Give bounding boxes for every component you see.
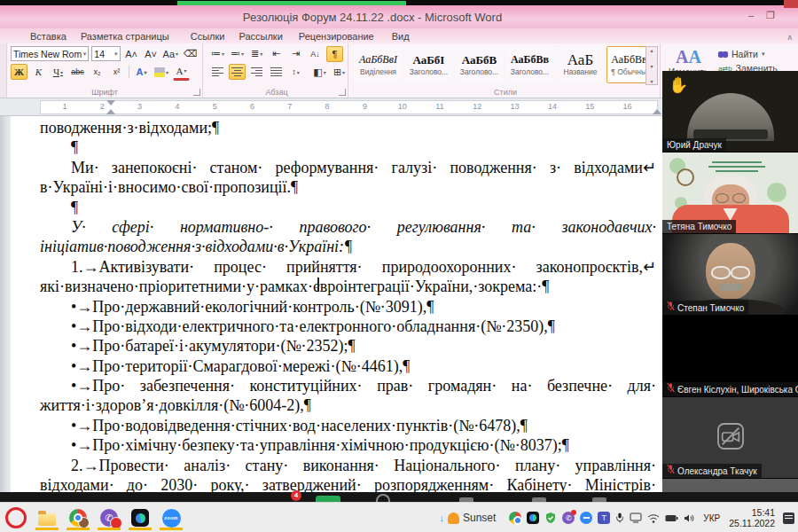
stop-share-button-sliver[interactable] xyxy=(784,0,798,8)
italic-button[interactable]: К xyxy=(30,64,47,80)
taskbar-app-webex[interactable] xyxy=(129,505,151,530)
document-line[interactable]: У· сфері· нормативно-· правового· регулю… xyxy=(71,217,656,237)
font-name-combo[interactable]: Times New Rom▾ xyxy=(11,46,89,61)
ribbon-tab-4[interactable]: Рассылки xyxy=(239,31,282,42)
document-line[interactable]: •→Про·державний·екологічний·контроль·(№·… xyxy=(71,297,656,317)
numbered-list-button[interactable]: ≕▾ xyxy=(229,46,246,62)
text-effects-button[interactable]: А▾ xyxy=(133,64,150,80)
shrink-font-button[interactable]: А˅ xyxy=(143,46,160,62)
document-line[interactable]: в·Україні·і·вносимо·свої·пропозиції.¶ xyxy=(40,177,656,197)
style-2[interactable]: АаБбІЗаголово... xyxy=(404,46,453,83)
strikethrough-button[interactable]: abc xyxy=(69,64,86,80)
minimize-button[interactable]: – xyxy=(743,10,759,20)
bold-button[interactable]: Ж xyxy=(11,64,27,80)
volume-tray-icon[interactable] xyxy=(684,513,695,523)
vertical-ruler[interactable] xyxy=(0,116,11,494)
underline-button[interactable]: Ч▾ xyxy=(50,64,66,80)
hanging-indent-marker[interactable] xyxy=(106,109,115,114)
document-line[interactable]: поводження·з·відходами;¶ xyxy=(40,118,656,137)
teams-tray-icon[interactable]: T xyxy=(598,512,610,524)
highlight-color-button[interactable]: ▾ xyxy=(153,64,170,80)
webex-tray-icon[interactable] xyxy=(527,512,539,524)
subscript-button[interactable]: х₂ xyxy=(89,64,106,80)
styles-scroll-button[interactable]: ▾ xyxy=(650,78,653,84)
document-line[interactable]: ініціатив·поводження·з·відходами·в·Украї… xyxy=(40,237,656,256)
document-line[interactable]: життя·і·здоров’я·довкілля·(№·6004-2),¶ xyxy=(40,395,656,415)
ribbon-tab-3[interactable]: Ссылки xyxy=(191,31,225,42)
superscript-button[interactable]: х² xyxy=(108,64,125,80)
find-button[interactable]: Найти ▾ xyxy=(718,49,764,59)
restore-button[interactable]: ❐ xyxy=(763,10,778,21)
mic-tray-icon[interactable] xyxy=(615,512,624,524)
align-right-button[interactable] xyxy=(248,64,265,80)
record-button-top[interactable] xyxy=(376,494,390,502)
document-line[interactable]: 1.→Активізувати· процес· прийняття· прир… xyxy=(71,257,656,277)
font-size-combo[interactable]: 14▾ xyxy=(91,46,120,61)
language-indicator[interactable]: УКР xyxy=(703,513,720,523)
right-indent-marker[interactable] xyxy=(653,109,661,114)
multilevel-list-button[interactable]: ≣▾ xyxy=(248,46,265,62)
ribbon-tab-2[interactable]: Разметка страницы xyxy=(81,31,169,42)
taskbar-clock[interactable]: 15:41 25.11.2022 xyxy=(729,507,775,528)
styles-gallery-scrollbar[interactable]: ▴▾▾ xyxy=(645,46,658,85)
document-line[interactable]: Ми· занепокоєні· станом· реформування· г… xyxy=(71,158,656,177)
document-page[interactable]: поводження·з·відходами;¶¶Ми· занепокоєні… xyxy=(11,118,662,494)
ribbon-collapse-chevron[interactable]: ∧ xyxy=(786,33,793,42)
style-1[interactable]: АаБбВвІВиділення xyxy=(354,46,403,83)
align-center-button[interactable] xyxy=(229,64,246,80)
taskbar-app-zoom[interactable]: zoom xyxy=(160,505,182,530)
style-3[interactable]: АаБбВЗаголово... xyxy=(455,46,504,83)
document-line[interactable]: •→Про·водовідведення·стічних·вод·населен… xyxy=(71,416,656,435)
paragraph-dialog-launcher[interactable] xyxy=(339,89,346,96)
align-left-button[interactable] xyxy=(209,64,226,80)
bullet-list-button[interactable]: ≔▾ xyxy=(209,46,226,62)
show-formatting-marks-button[interactable]: ¶ xyxy=(326,46,343,62)
document-line[interactable]: ¶ xyxy=(71,198,656,217)
sort-button[interactable]: А↓ xyxy=(307,46,324,62)
viber-tray-icon[interactable]: ✆ xyxy=(562,512,575,524)
document-line[interactable]: •→Про·батареї·і·акумулятори·(№·2352);¶ xyxy=(71,336,656,356)
document-line[interactable]: ¶ xyxy=(71,137,656,157)
change-case-button[interactable]: Аа▾ xyxy=(162,46,179,62)
document-line[interactable]: •→Про·відходи·електричного·та·електронно… xyxy=(71,317,656,336)
document-line[interactable]: •→Про·хімічну·безпеку·та·управління·хімі… xyxy=(71,435,656,455)
styles-scroll-button[interactable]: ▴ xyxy=(650,47,653,53)
participant-tile-3[interactable]: Степан Тимочко xyxy=(662,234,798,316)
ribbon-tab-6[interactable]: Вид xyxy=(392,31,410,42)
decrease-indent-button[interactable]: ⇤ xyxy=(268,46,285,62)
monitor-tray-icon[interactable] xyxy=(630,512,642,523)
styles-scroll-button[interactable]: ▾ xyxy=(650,63,653,69)
justify-button[interactable] xyxy=(268,64,285,80)
clear-formatting-button[interactable]: ⌫ xyxy=(182,46,199,62)
weather-widget[interactable]: ↓ Sunset xyxy=(440,512,497,524)
first-line-indent-marker[interactable] xyxy=(106,100,115,106)
document-line[interactable]: відходами· до· 2030· року,· затверджений… xyxy=(40,475,656,494)
shield-check-tray-icon[interactable] xyxy=(544,512,557,524)
participant-tile-4[interactable]: Євген Кіслухін, Широківська ОТГ xyxy=(662,316,798,397)
font-dialog-launcher[interactable] xyxy=(193,89,200,96)
battery-tray-icon[interactable] xyxy=(665,514,678,522)
taskbar-app-file-explorer[interactable] xyxy=(36,505,58,530)
notification-center-icon[interactable] xyxy=(783,512,794,524)
document-line[interactable]: •→Про·території·Смарагдової·мережі·(№·44… xyxy=(71,356,656,376)
increase-indent-button[interactable]: ⇥ xyxy=(287,46,304,62)
ribbon-tab-1[interactable]: Вставка xyxy=(30,31,66,42)
wifi-tray-icon[interactable] xyxy=(647,513,660,523)
zoom-status-tray-icon[interactable] xyxy=(580,512,592,524)
word-titlebar[interactable]: Резолюція Форум 24.11.22 .docx - Microso… xyxy=(0,5,798,28)
participant-tile-1[interactable]: ✋Юрий Драчук xyxy=(662,71,798,153)
font-color-button[interactable]: А▾ xyxy=(173,63,190,81)
shading-button[interactable]: ◧▾ xyxy=(311,64,328,80)
share-screen-button-top[interactable] xyxy=(316,496,340,502)
participant-tile-2[interactable]: Тетяна Тимочко xyxy=(662,153,798,234)
document-line[interactable]: •→Про· забезпечення· конституційних· пра… xyxy=(71,376,656,395)
chrome-tray-icon[interactable] xyxy=(509,512,521,524)
style-4[interactable]: АаБбВвЗаголово... xyxy=(505,46,554,83)
taskbar-app-chrome[interactable] xyxy=(67,505,89,530)
participant-tile-5[interactable]: Олександра Ткачук xyxy=(662,397,798,479)
document-line[interactable]: 2.→Провести· аналіз· стану· виконання· Н… xyxy=(71,456,656,475)
ribbon-tab-5[interactable]: Рецензирование xyxy=(299,31,374,42)
taskbar-app-viber[interactable]: ✆ xyxy=(98,505,120,530)
line-spacing-button[interactable]: ↕▾ xyxy=(287,64,304,80)
document-line[interactable]: які·визначено·пріоритетними·у·рамках·євр… xyxy=(40,277,656,296)
